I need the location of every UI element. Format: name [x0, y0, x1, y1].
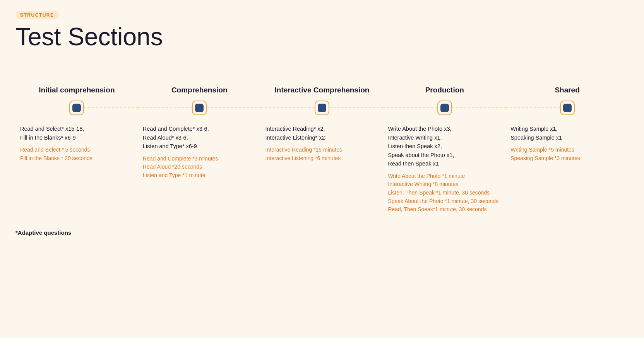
node-col-interactive-comprehension	[261, 101, 384, 115]
timeline-line-1	[138, 108, 192, 108]
timeline-node-inner-production	[440, 104, 449, 112]
timeline-node-comprehension	[192, 101, 207, 115]
section-heading-col-production: Production	[383, 70, 506, 101]
timeline-line-right-2	[329, 108, 383, 108]
timeline-line-right-0	[84, 108, 138, 108]
timeline-node-inner-initial-comprehension	[72, 104, 81, 112]
timeline-container: Initial comprehensionComprehensionIntera…	[15, 70, 629, 214]
section-heading-col-interactive-comprehension: Interactive Comprehension	[261, 70, 384, 101]
orange-text-comprehension: Read and Complete *3 minutes Read Aloud …	[143, 155, 256, 180]
section-heading-col-shared: Shared	[506, 70, 629, 101]
black-text-shared: Writing Sample x1, Speaking Sample x1	[510, 125, 624, 142]
content-col-shared: Writing Sample x1, Speaking Sample x1Wri…	[506, 125, 629, 162]
node-col-shared	[506, 101, 629, 115]
content-col-comprehension: Read and Complete* x3-6, Read Aloud* x3-…	[138, 125, 261, 179]
black-text-production: Write About the Photo x3, Interactive Wr…	[388, 125, 501, 168]
section-heading-interactive-comprehension: Interactive Comprehension	[264, 70, 380, 101]
content-col-initial-comprehension: Read and Select* x15-18, Fill in the Bla…	[15, 125, 138, 162]
node-col-production	[383, 101, 506, 115]
timeline-node-inner-shared	[563, 104, 572, 112]
orange-text-production: Write About the Photo *1 minute Interact…	[388, 172, 501, 214]
page-title: Test Sections	[15, 23, 629, 50]
content-col-interactive-comprehension: Interactive Reading* x2, Interactive Lis…	[261, 125, 384, 162]
node-col-comprehension	[138, 101, 261, 115]
timeline-node-shared	[560, 101, 575, 115]
timeline-line-2	[261, 108, 315, 108]
black-text-interactive-comprehension: Interactive Reading* x2, Interactive Lis…	[265, 125, 379, 142]
section-heading-production: Production	[386, 70, 503, 101]
nodes-row	[15, 101, 629, 115]
node-col-initial-comprehension	[15, 101, 138, 115]
section-heading-shared: Shared	[509, 70, 625, 101]
timeline-node-initial-comprehension	[69, 101, 84, 115]
timeline-line-4	[506, 108, 560, 108]
timeline-line-right-1	[207, 108, 260, 108]
timeline-node-interactive-comprehension	[315, 101, 329, 115]
section-heading-initial-comprehension: Initial comprehension	[19, 70, 135, 101]
section-heading-comprehension: Comprehension	[141, 70, 258, 101]
timeline-node-inner-interactive-comprehension	[318, 104, 326, 112]
content-col-production: Write About the Photo x3, Interactive Wr…	[383, 125, 506, 214]
orange-text-initial-comprehension: Read and Select * 5 seconds Fill in the …	[20, 146, 134, 162]
timeline-node-inner-comprehension	[195, 104, 204, 112]
headings-row: Initial comprehensionComprehensionIntera…	[15, 70, 629, 101]
timeline-line-right-3	[452, 108, 506, 108]
structure-badge: STRUCTURE	[15, 11, 59, 19]
black-text-comprehension: Read and Complete* x3-6, Read Aloud* x3-…	[143, 125, 256, 150]
timeline-node-production	[437, 101, 452, 115]
section-heading-col-comprehension: Comprehension	[138, 70, 261, 101]
timeline-line-3	[383, 108, 437, 108]
section-heading-col-initial-comprehension: Initial comprehension	[15, 70, 138, 101]
orange-text-shared: Writing Sample *5 minutes Speaking Sampl…	[510, 146, 624, 162]
content-row: Read and Select* x15-18, Fill in the Bla…	[15, 125, 629, 214]
adaptive-note: *Adaptive questions	[15, 229, 629, 236]
orange-text-interactive-comprehension: Interactive Reading *15 minutes Interact…	[265, 146, 379, 162]
black-text-initial-comprehension: Read and Select* x15-18, Fill in the Bla…	[20, 125, 134, 142]
